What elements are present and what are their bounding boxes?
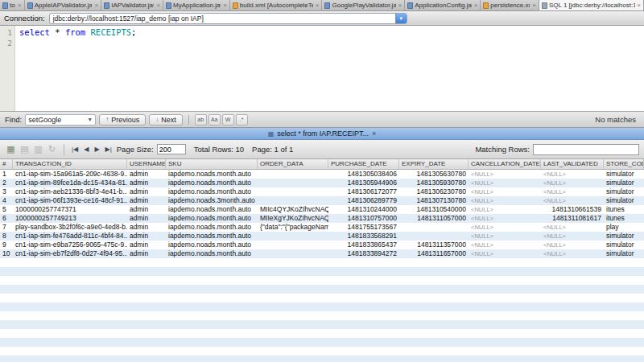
column-header[interactable]: PURCHASE_DATE — [328, 159, 399, 169]
find-next-button[interactable]: ↓ Next — [149, 114, 183, 125]
table-cell[interactable]: iapdemo.noads.month.auto — [166, 223, 258, 232]
column-header[interactable]: ORDER_DATA — [258, 159, 328, 169]
table-cell[interactable]: 1481833894272 — [328, 249, 399, 258]
table-cell[interactable]: 1481307130780 — [399, 196, 469, 205]
table-cell[interactable]: simulator — [604, 241, 644, 249]
table-cell[interactable]: 1481311357000 — [399, 241, 469, 249]
column-header[interactable]: EXPIRY_DATE — [399, 159, 469, 169]
table-cell[interactable]: <NULL> — [541, 179, 604, 187]
column-header[interactable]: SKU — [166, 159, 258, 169]
table-cell[interactable]: <NULL> — [541, 223, 604, 232]
table-cell[interactable]: 1481306289779 — [328, 196, 399, 205]
table-cell[interactable]: iapdemo.noads.month.auto — [166, 214, 258, 223]
table-cell[interactable]: cn1-iap-sim-aeb21336-8bf3-4e41-b... — [13, 187, 127, 196]
table-cell[interactable] — [258, 187, 328, 196]
editor-tab[interactable]: IAPValidator.java× — [101, 0, 163, 10]
table-cell[interactable]: 3 — [0, 187, 13, 196]
table-cell[interactable]: admin — [127, 205, 166, 214]
table-cell[interactable]: 1000000257747371 — [13, 205, 127, 214]
table-cell[interactable] — [258, 170, 328, 179]
regex-icon[interactable]: .* — [236, 114, 248, 125]
match-case-icon[interactable]: Aa — [208, 114, 221, 125]
table-cell[interactable]: <NULL> — [541, 249, 604, 258]
table-cell[interactable] — [258, 232, 328, 241]
table-cell[interactable]: 8 — [0, 232, 13, 241]
prev-page-button[interactable]: ◀ — [82, 146, 90, 153]
table-row[interactable]: 2cn1-iap-sim-89fce1da-dc15-434a-81...adm… — [0, 179, 644, 187]
table-cell[interactable]: 1 — [0, 170, 13, 179]
table-cell[interactable]: MIIeXgYJKoZIhvcNAQc... — [258, 214, 328, 223]
table-cell[interactable] — [258, 196, 328, 205]
whole-words-icon[interactable]: W — [222, 114, 234, 125]
tab-close-icon[interactable]: × — [316, 2, 320, 9]
table-cell[interactable]: cn1-iap-sim-89fce1da-dc15-434a-81... — [13, 179, 127, 187]
tab-close-icon[interactable]: × — [637, 2, 641, 9]
table-cell[interactable]: {"data":"{"packageNam... — [258, 223, 328, 232]
table-cell[interactable] — [399, 223, 469, 232]
sql-code-editor[interactable]: 12 select * from RECEIPTS; — [0, 26, 644, 112]
table-row[interactable]: 8cn1-iap-sim-fe476add-811c-4bf4-84...adm… — [0, 232, 644, 241]
table-cell[interactable]: play — [604, 223, 644, 232]
table-cell[interactable]: iapdemo.noads.month.auto — [166, 170, 258, 179]
table-cell[interactable]: <NULL> — [469, 232, 541, 241]
table-cell[interactable]: itunes — [604, 205, 644, 214]
table-cell[interactable]: iapdemo.noads.month.auto — [166, 249, 258, 258]
editor-tab[interactable]: SQL 1 [jdbc:derby://localhost:15...× — [539, 0, 644, 10]
table-cell[interactable]: <NULL> — [469, 205, 541, 214]
table-cell[interactable]: <NULL> — [541, 187, 604, 196]
editor-tab[interactable]: tor× — [0, 0, 25, 10]
table-cell[interactable]: <NULL> — [541, 232, 604, 241]
editor-tab[interactable]: AppleIAPValidator.java× — [25, 0, 102, 10]
table-cell[interactable]: iapdemo.noads.month.auto — [166, 232, 258, 241]
tab-close-icon[interactable]: × — [474, 2, 478, 9]
table-cell[interactable]: 1481311657000 — [399, 249, 469, 258]
table-cell[interactable]: cn1-iap-sim-15a961a5-209c-4638-9... — [13, 170, 127, 179]
table-row[interactable]: 3cn1-iap-sim-aeb21336-8bf3-4e41-b...admi… — [0, 187, 644, 196]
table-cell[interactable]: admin — [127, 241, 166, 249]
code-area[interactable]: select * from RECEIPTS; — [15, 26, 644, 111]
table-cell[interactable] — [399, 232, 469, 241]
chevron-down-icon[interactable]: ▼ — [395, 14, 407, 23]
table-cell[interactable]: 1000000257749213 — [13, 214, 127, 223]
table-cell[interactable]: 1481310661539 — [541, 205, 604, 214]
connection-select[interactable]: jdbc:derby://localhost:1527/iap_demo [ia… — [49, 13, 407, 24]
tab-close-icon[interactable]: × — [156, 2, 160, 9]
table-cell[interactable]: 1481833865437 — [328, 241, 399, 249]
table-cell[interactable]: <NULL> — [469, 179, 541, 187]
table-row[interactable]: 51000000257747371adminiapdemo.noads.mont… — [0, 205, 644, 214]
tab-close-icon[interactable]: × — [398, 2, 402, 9]
editor-tab[interactable]: ApplicationConfig.java× — [405, 0, 481, 10]
table-cell[interactable]: admin — [127, 223, 166, 232]
column-header[interactable]: TRANSACTION_ID — [13, 159, 127, 169]
table-cell[interactable] — [258, 179, 328, 187]
table-row[interactable]: 10cn1-iap-sim-eb7f2df8-0d27-4f94-95...ad… — [0, 249, 644, 258]
table-cell[interactable]: 2 — [0, 179, 13, 187]
table-cell[interactable]: 1481310244000 — [328, 205, 399, 214]
table-cell[interactable]: iapdemo.noads.month.auto — [166, 205, 258, 214]
table-cell[interactable]: <NULL> — [541, 170, 604, 179]
table-row[interactable]: 1cn1-iap-sim-15a961a5-209c-4638-9...admi… — [0, 170, 644, 179]
table-cell[interactable]: 5 — [0, 205, 13, 214]
table-cell[interactable]: 4 — [0, 196, 13, 205]
chevron-down-icon[interactable]: ▼ — [87, 117, 93, 122]
table-cell[interactable]: <NULL> — [469, 214, 541, 223]
column-header[interactable]: USERNAME — [127, 159, 166, 169]
table-cell[interactable]: iapdemo.noads.month.auto — [166, 187, 258, 196]
table-cell[interactable]: <NULL> — [469, 241, 541, 249]
tab-close-icon[interactable]: × — [532, 2, 536, 9]
find-input[interactable]: setGoogle ▼ — [25, 114, 96, 125]
table-cell[interactable]: 1481310757000 — [328, 214, 399, 223]
table-cell[interactable]: iapdemo.noads.3month.auto — [166, 196, 258, 205]
column-header[interactable]: # — [0, 159, 13, 169]
table-cell[interactable]: <NULL> — [469, 196, 541, 205]
table-cell[interactable]: 7 — [0, 223, 13, 232]
table-cell[interactable]: <NULL> — [469, 223, 541, 232]
table-cell[interactable]: admin — [127, 232, 166, 241]
table-cell[interactable]: cn1-iap-sim-e9ba7256-9065-475c-9... — [13, 241, 127, 249]
table-cell[interactable]: cn1-iap-sim-fe476add-811c-4bf4-84... — [13, 232, 127, 241]
table-cell[interactable]: 10 — [0, 249, 13, 258]
insert-record-icon[interactable]: ▤ — [19, 143, 31, 155]
table-row[interactable]: 9cn1-iap-sim-e9ba7256-9065-475c-9...admi… — [0, 241, 644, 249]
column-header[interactable]: LAST_VALIDATED — [541, 159, 604, 169]
table-cell[interactable]: admin — [127, 214, 166, 223]
